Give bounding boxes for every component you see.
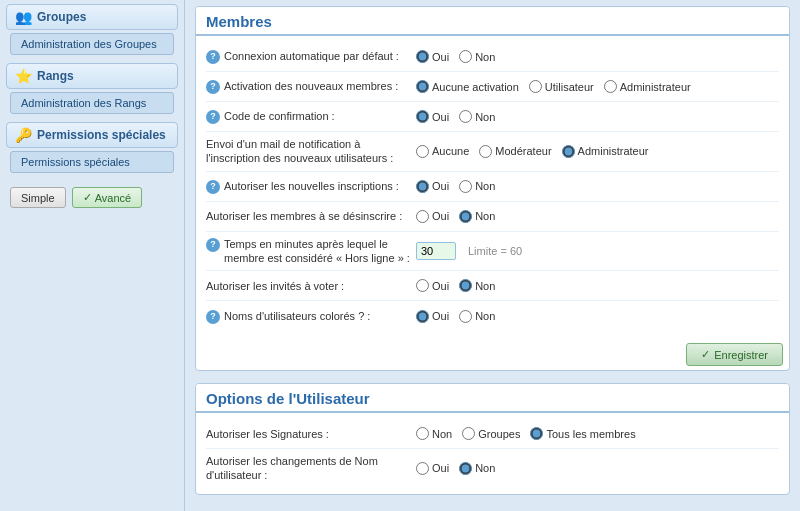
sidebar-item-permissions-speciales[interactable]: Permissions spéciales bbox=[10, 151, 174, 173]
membres-footer: ✓ Enregistrer bbox=[196, 337, 789, 370]
avance-label: Avancé bbox=[95, 192, 132, 204]
options-utilisateur-section: Options de l'Utilisateur Autoriser les S… bbox=[195, 383, 790, 495]
radio-mail-administrateur[interactable]: Administrateur bbox=[562, 145, 649, 158]
row-invites-voter: Autoriser les invités à voter : Oui Non bbox=[206, 271, 779, 301]
radio-invites-non[interactable]: Non bbox=[459, 279, 495, 292]
radio-connexion-oui[interactable]: Oui bbox=[416, 50, 449, 63]
label-invites-voter: Autoriser les invités à voter : bbox=[206, 279, 416, 293]
controls-invites-voter: Oui Non bbox=[416, 279, 495, 292]
avance-button[interactable]: ✓ Avancé bbox=[72, 187, 143, 208]
sidebar-rangs-label: Rangs bbox=[37, 69, 74, 83]
main-content: Membres ? Connexion automatique par défa… bbox=[185, 0, 800, 511]
limite-label: Limite = 60 bbox=[468, 245, 522, 257]
radio-desinscrire-non[interactable]: Non bbox=[459, 210, 495, 223]
label-activation-membres: ? Activation des nouveaux membres : bbox=[206, 79, 416, 94]
radio-utilisateur[interactable]: Utilisateur bbox=[529, 80, 594, 93]
sidebar-section-permissions: 🔑 Permissions spéciales Permissions spéc… bbox=[6, 122, 178, 173]
options-utilisateur-content: Autoriser les Signatures : Non Groupes T… bbox=[196, 413, 789, 494]
sidebar-item-admin-rangs[interactable]: Administration des Rangs bbox=[10, 92, 174, 114]
sidebar-groupes-header[interactable]: 👥 Groupes bbox=[6, 4, 178, 30]
controls-mail-notification: Aucune Modérateur Administrateur bbox=[416, 145, 649, 158]
radio-code-non[interactable]: Non bbox=[459, 110, 495, 123]
radio-inscriptions-non[interactable]: Non bbox=[459, 180, 495, 193]
sidebar-section-groupes: 👥 Groupes Administration des Groupes bbox=[6, 4, 178, 55]
controls-connexion-auto: Oui Non bbox=[416, 50, 495, 63]
temps-input[interactable] bbox=[416, 242, 456, 260]
radio-signatures-non[interactable]: Non bbox=[416, 427, 452, 440]
label-connexion-auto: ? Connexion automatique par défaut : bbox=[206, 49, 416, 64]
membres-section: Membres ? Connexion automatique par défa… bbox=[195, 6, 790, 371]
row-changement-nom: Autoriser les changements de Nom d'utili… bbox=[206, 449, 779, 488]
radio-mail-aucune[interactable]: Aucune bbox=[416, 145, 469, 158]
radio-aucune-activation[interactable]: Aucune activation bbox=[416, 80, 519, 93]
radio-nom-non[interactable]: Non bbox=[459, 462, 495, 475]
help-icon-connexion[interactable]: ? bbox=[206, 50, 220, 64]
label-changement-nom: Autoriser les changements de Nom d'utili… bbox=[206, 454, 416, 483]
help-icon-activation[interactable]: ? bbox=[206, 80, 220, 94]
radio-connexion-non[interactable]: Non bbox=[459, 50, 495, 63]
membres-title: Membres bbox=[196, 7, 789, 36]
radio-nom-oui[interactable]: Oui bbox=[416, 462, 449, 475]
enregistrer-icon: ✓ bbox=[701, 348, 710, 361]
row-code-confirmation: ? Code de confirmation : Oui Non bbox=[206, 102, 779, 132]
label-mail-notification: Envoi d'un mail de notification à l'insc… bbox=[206, 137, 416, 166]
row-signatures: Autoriser les Signatures : Non Groupes T… bbox=[206, 419, 779, 449]
row-connexion-auto: ? Connexion automatique par défaut : Oui… bbox=[206, 42, 779, 72]
controls-desinscrire: Oui Non bbox=[416, 210, 495, 223]
row-noms-colores: ? Noms d'utilisateurs colorés ? : Oui No… bbox=[206, 301, 779, 331]
radio-noms-non[interactable]: Non bbox=[459, 310, 495, 323]
label-code-confirmation: ? Code de confirmation : bbox=[206, 109, 416, 124]
radio-administrateur-activation[interactable]: Administrateur bbox=[604, 80, 691, 93]
row-desinscrire: Autoriser les membres à se désinscrire :… bbox=[206, 202, 779, 232]
help-icon-inscriptions[interactable]: ? bbox=[206, 180, 220, 194]
controls-changement-nom: Oui Non bbox=[416, 462, 495, 475]
sidebar-section-rangs: ⭐ Rangs Administration des Rangs bbox=[6, 63, 178, 114]
sidebar: 👥 Groupes Administration des Groupes ⭐ R… bbox=[0, 0, 185, 511]
controls-signatures: Non Groupes Tous les membres bbox=[416, 427, 636, 440]
controls-temps: Limite = 60 bbox=[416, 242, 522, 260]
row-nouvelles-inscriptions: ? Autoriser les nouvelles inscriptions :… bbox=[206, 172, 779, 202]
sidebar-item-admin-groupes[interactable]: Administration des Groupes bbox=[10, 33, 174, 55]
help-icon-code[interactable]: ? bbox=[206, 110, 220, 124]
sidebar-footer: Simple ✓ Avancé bbox=[6, 183, 178, 212]
radio-signatures-groupes[interactable]: Groupes bbox=[462, 427, 520, 440]
help-icon-noms[interactable]: ? bbox=[206, 310, 220, 324]
enregistrer-label: Enregistrer bbox=[714, 349, 768, 361]
avance-check-icon: ✓ bbox=[83, 191, 92, 204]
row-mail-notification: Envoi d'un mail de notification à l'insc… bbox=[206, 132, 779, 172]
label-desinscrire: Autoriser les membres à se désinscrire : bbox=[206, 209, 416, 223]
controls-activation: Aucune activation Utilisateur Administra… bbox=[416, 80, 691, 93]
controls-noms-colores: Oui Non bbox=[416, 310, 495, 323]
radio-signatures-tous[interactable]: Tous les membres bbox=[530, 427, 635, 440]
sidebar-groupes-label: Groupes bbox=[37, 10, 86, 24]
radio-invites-oui[interactable]: Oui bbox=[416, 279, 449, 292]
simple-button[interactable]: Simple bbox=[10, 187, 66, 208]
controls-code-confirmation: Oui Non bbox=[416, 110, 495, 123]
help-icon-temps[interactable]: ? bbox=[206, 238, 220, 252]
radio-desinscrire-oui[interactable]: Oui bbox=[416, 210, 449, 223]
radio-mail-moderateur[interactable]: Modérateur bbox=[479, 145, 551, 158]
rangs-icon: ⭐ bbox=[15, 68, 32, 84]
row-activation-membres: ? Activation des nouveaux membres : Aucu… bbox=[206, 72, 779, 102]
permissions-icon: 🔑 bbox=[15, 127, 32, 143]
sidebar-permissions-header[interactable]: 🔑 Permissions spéciales bbox=[6, 122, 178, 148]
sidebar-permissions-label: Permissions spéciales bbox=[37, 128, 166, 142]
radio-noms-oui[interactable]: Oui bbox=[416, 310, 449, 323]
label-noms-colores: ? Noms d'utilisateurs colorés ? : bbox=[206, 309, 416, 324]
sidebar-rangs-header[interactable]: ⭐ Rangs bbox=[6, 63, 178, 89]
controls-nouvelles-inscriptions: Oui Non bbox=[416, 180, 495, 193]
radio-code-oui[interactable]: Oui bbox=[416, 110, 449, 123]
groupes-icon: 👥 bbox=[15, 9, 32, 25]
options-utilisateur-title: Options de l'Utilisateur bbox=[196, 384, 789, 413]
label-signatures: Autoriser les Signatures : bbox=[206, 427, 416, 441]
radio-inscriptions-oui[interactable]: Oui bbox=[416, 180, 449, 193]
enregistrer-button[interactable]: ✓ Enregistrer bbox=[686, 343, 783, 366]
label-nouvelles-inscriptions: ? Autoriser les nouvelles inscriptions : bbox=[206, 179, 416, 194]
row-temps-hors-ligne: ? Temps en minutes après lequel le membr… bbox=[206, 232, 779, 272]
membres-content: ? Connexion automatique par défaut : Oui… bbox=[196, 36, 789, 337]
label-temps-hors-ligne: ? Temps en minutes après lequel le membr… bbox=[206, 237, 416, 266]
